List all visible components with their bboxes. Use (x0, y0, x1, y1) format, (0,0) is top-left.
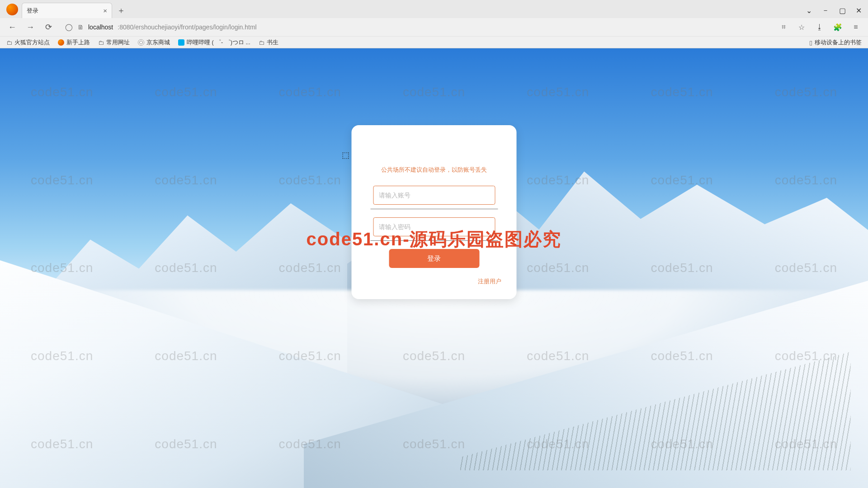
firefox-logo-icon (6, 4, 18, 15)
nav-forward-button[interactable]: → (24, 21, 36, 33)
page-viewport: code51.cncode51.cncode51.cncode51.cncode… (0, 48, 868, 488)
username-field-wrap (373, 186, 495, 205)
tab-title: 登录 (27, 7, 38, 15)
url-input[interactable]: ◯ 🗎 localhost:8080/ershouchejiaoyi/front… (61, 20, 771, 34)
login-button[interactable]: 登录 (389, 249, 479, 268)
window-close-icon[interactable]: ✕ (856, 6, 862, 15)
browser-chrome: 登录 × ＋ ⌄ － ▢ ✕ ← → ⟳ ◯ 🗎 localhost:8080/… (0, 0, 868, 48)
folder-icon: 🗀 (259, 39, 264, 46)
nav-reload-button[interactable]: ⟳ (42, 21, 54, 33)
login-card: 公共场所不建议自动登录，以防账号丢失 登录 注册用户 (352, 125, 517, 299)
site-info-icon[interactable]: 🗎 (77, 23, 84, 31)
firefox-favicon-icon (58, 39, 64, 46)
mobile-icon: ▯ (809, 39, 812, 46)
window-restore-icon[interactable]: ▢ (839, 6, 846, 15)
tab-active[interactable]: 登录 × (22, 3, 112, 18)
username-input[interactable] (373, 186, 495, 205)
new-tab-button[interactable]: ＋ (115, 4, 127, 17)
folder-icon: 🗀 (98, 39, 104, 46)
extensions-icon[interactable]: 🧩 (832, 21, 844, 33)
qr-scan-icon[interactable]: ⌗ (778, 21, 789, 33)
address-bar: ← → ⟳ ◯ 🗎 localhost:8080/ershouchejiaoyi… (0, 18, 868, 36)
window-controls: ⌄ － ▢ ✕ (806, 6, 868, 15)
password-input[interactable] (373, 217, 495, 236)
bookmark-jd[interactable]: 京东商城 (138, 39, 170, 47)
register-row: 注册用户 (364, 277, 504, 286)
url-path: :8080/ershouchejiaoyi/front/pages/login/… (118, 23, 256, 31)
folder-icon: 🗀 (6, 39, 12, 46)
tracking-shield-icon[interactable]: ◯ (65, 23, 73, 31)
bookmark-common-urls[interactable]: 🗀常用网址 (98, 39, 130, 47)
url-host: localhost (88, 23, 113, 31)
app-menu-icon[interactable]: ≡ (850, 21, 862, 33)
register-link[interactable]: 注册用户 (478, 278, 501, 285)
tab-close-icon[interactable]: × (103, 7, 107, 14)
bookmark-star-icon[interactable]: ☆ (796, 21, 807, 33)
bookmarks-toolbar: 🗀火狐官方站点 新手上路 🗀常用网址 京东商城 哔哩哔哩 ( ゜- ゜)つロ .… (0, 36, 868, 48)
bookmark-getting-started[interactable]: 新手上路 (58, 39, 90, 47)
nav-back-button[interactable]: ← (6, 21, 18, 33)
bookmark-shusheng[interactable]: 🗀书生 (259, 39, 278, 47)
bookmark-bilibili[interactable]: 哔哩哔哩 ( ゜- ゜)つロ ... (178, 39, 250, 47)
bilibili-favicon-icon (178, 39, 184, 46)
tab-bar: 登录 × ＋ ⌄ － ▢ ✕ (0, 0, 868, 18)
bookmark-mobile-bookmarks[interactable]: ▯移动设备上的书签 (809, 39, 862, 47)
jd-favicon-icon (138, 39, 144, 46)
login-tip: 公共场所不建议自动登录，以防账号丢失 (364, 166, 504, 174)
tabs-dropdown-icon[interactable]: ⌄ (806, 6, 812, 15)
password-field-wrap (373, 217, 495, 236)
bookmark-firefox-official[interactable]: 🗀火狐官方站点 (6, 39, 50, 47)
window-minimize-icon[interactable]: － (822, 6, 829, 15)
downloads-icon[interactable]: ⭳ (814, 21, 826, 33)
